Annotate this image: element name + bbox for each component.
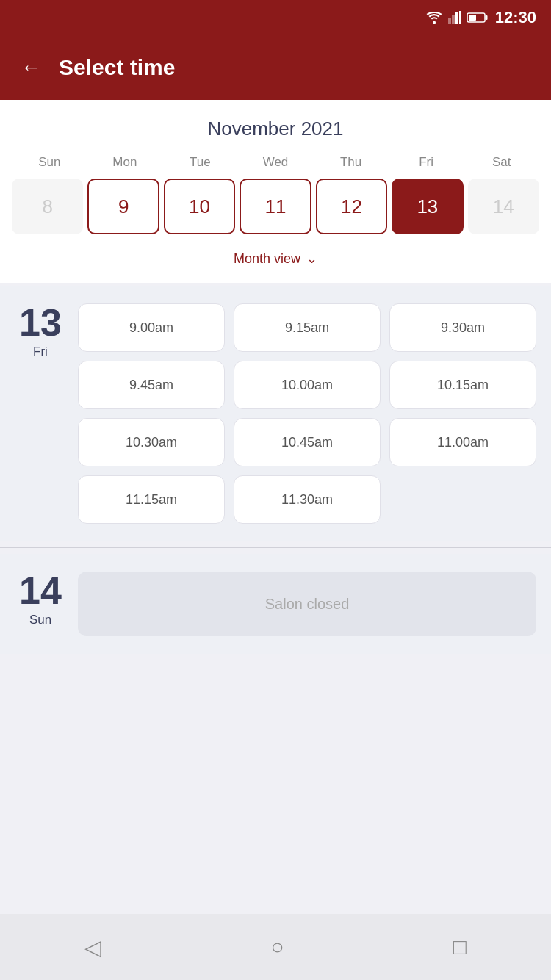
cal-day-12[interactable]: 12 — [316, 179, 387, 234]
time-slot-8[interactable]: 11.00am — [389, 418, 536, 466]
svg-rect-3 — [459, 11, 461, 24]
time-slot-9[interactable]: 11.15am — [78, 475, 225, 524]
weekday-mon: Mon — [87, 155, 163, 170]
weekday-fri: Fri — [389, 155, 464, 170]
weekday-sat: Sat — [464, 155, 539, 170]
chevron-down-icon: ⌄ — [306, 251, 317, 267]
cal-day-8[interactable]: 8 — [12, 179, 83, 234]
time-slot-0[interactable]: 9.00am — [78, 303, 225, 352]
month-view-toggle[interactable]: Month view ⌄ — [12, 246, 539, 271]
day14-section: 14 Sun Salon closed — [0, 554, 551, 654]
nav-recent-button[interactable] — [453, 934, 467, 959]
time-slot-empty — [389, 475, 536, 524]
svg-rect-5 — [485, 15, 487, 20]
status-icons — [426, 11, 488, 24]
weekday-wed: Wed — [238, 155, 314, 170]
weekday-headers: Sun Mon Tue Wed Thu Fri Sat — [12, 155, 539, 170]
battery-icon — [467, 12, 488, 24]
time-slot-3[interactable]: 9.45am — [78, 361, 225, 409]
day14-name: Sun — [29, 613, 51, 627]
cal-day-11[interactable]: 11 — [240, 179, 311, 234]
month-view-label: Month view — [234, 251, 300, 267]
time-slot-1[interactable]: 9.15am — [234, 303, 381, 352]
cal-day-14[interactable]: 14 — [468, 179, 539, 234]
day13-row: 13 Fri 9.00am 9.15am 9.30am 9.45am 10.00… — [15, 303, 536, 524]
weekday-tue: Tue — [162, 155, 238, 170]
wifi-icon — [426, 12, 442, 24]
time-slot-4[interactable]: 10.00am — [234, 361, 381, 409]
app-header: ← Select time — [0, 35, 551, 100]
day14-number: 14 — [19, 572, 62, 610]
cal-day-10[interactable]: 10 — [164, 179, 235, 234]
day14-row: 14 Sun Salon closed — [15, 572, 536, 636]
page-title: Select time — [59, 55, 175, 80]
status-time: 12:30 — [495, 8, 536, 27]
svg-rect-1 — [452, 15, 455, 24]
svg-rect-6 — [469, 15, 476, 21]
salon-closed-box: Salon closed — [78, 572, 536, 636]
day14-info: 14 Sun — [15, 572, 66, 627]
cal-day-13[interactable]: 13 — [392, 179, 463, 234]
section-divider — [0, 547, 551, 548]
signal-icon — [448, 11, 461, 24]
day13-number: 13 — [19, 303, 62, 342]
month-year-label: November 2021 — [12, 118, 539, 140]
weekday-sun: Sun — [12, 155, 87, 170]
time-slot-5[interactable]: 10.15am — [389, 361, 536, 409]
calendar-section: November 2021 Sun Mon Tue Wed Thu Fri Sa… — [0, 100, 551, 283]
svg-rect-0 — [448, 18, 451, 24]
salon-closed-label: Salon closed — [265, 596, 350, 613]
time-slot-2[interactable]: 9.30am — [389, 303, 536, 352]
nav-back-button[interactable] — [84, 934, 101, 960]
day13-time-grid: 9.00am 9.15am 9.30am 9.45am 10.00am 10.1… — [78, 303, 536, 524]
weekday-thu: Thu — [313, 155, 389, 170]
time-slot-6[interactable]: 10.30am — [78, 418, 225, 466]
status-bar: 12:30 — [0, 0, 551, 35]
time-slot-10[interactable]: 11.30am — [234, 475, 381, 524]
day13-name: Fri — [33, 345, 48, 359]
calendar-row: 8 9 10 11 12 13 14 — [12, 179, 539, 234]
nav-bar — [0, 914, 551, 980]
time-slot-7[interactable]: 10.45am — [234, 418, 381, 466]
cal-day-9[interactable]: 9 — [87, 179, 159, 234]
back-button[interactable]: ← — [21, 57, 41, 78]
day13-section: 13 Fri 9.00am 9.15am 9.30am 9.45am 10.00… — [0, 286, 551, 541]
day13-info: 13 Fri — [15, 303, 66, 359]
nav-home-button[interactable] — [270, 934, 284, 959]
svg-rect-2 — [455, 12, 458, 24]
